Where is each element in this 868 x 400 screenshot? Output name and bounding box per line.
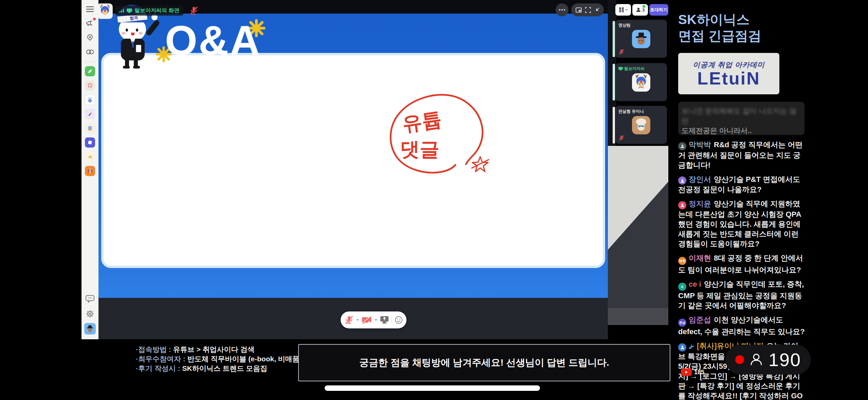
youtube-viewer-row: 185 xyxy=(681,368,704,376)
bottom-handle-bar[interactable] xyxy=(325,385,540,391)
chat-username: 장인서 xyxy=(689,175,711,184)
svg-text:AREA: AREA xyxy=(88,97,92,99)
participant-avatar xyxy=(632,116,650,134)
more-button[interactable] xyxy=(556,3,568,16)
sharer-avatar xyxy=(98,3,113,19)
stream-title-line1: SK하이닉스 xyxy=(678,12,761,28)
mic-options-caret[interactable] xyxy=(356,319,359,321)
emoji-button[interactable] xyxy=(395,316,403,324)
window-controls xyxy=(571,3,604,16)
wrench-icon xyxy=(689,343,695,349)
participant-card-3[interactable]: 전실협 유이니 xyxy=(615,106,667,144)
screen-share-icon xyxy=(618,67,623,71)
people-icon xyxy=(636,7,641,12)
faded-line2: 도제전공은 아니라서.. xyxy=(682,126,801,135)
app-rocket[interactable] xyxy=(85,109,95,119)
camera-options-caret[interactable] xyxy=(375,319,377,321)
chat-message: 정지윤양산기술 직무에 지원하였는데 다른산업 초기 양산 시험장 QPA 했던… xyxy=(678,199,806,249)
menu-icon[interactable] xyxy=(85,4,95,14)
megaphone-icon[interactable] xyxy=(85,18,95,28)
notice-banner: 궁금한 점을 채팅방에 남겨주세요! 선생님이 답변 드립니다. xyxy=(298,344,670,381)
whiteboard-area xyxy=(101,53,605,268)
chat-message: 막박박R&d 공정 직무에서는 어떤 거 관련해서 질문이 들어오는 지도 궁금… xyxy=(678,140,806,170)
participants-controls: 3 초대하기 xyxy=(615,4,668,16)
youtube-icon xyxy=(681,368,692,376)
fullscreen-icon[interactable] xyxy=(585,7,591,13)
webcam-background-feed xyxy=(608,146,668,325)
mic-muted-icon xyxy=(189,6,198,15)
mic-muted-icon xyxy=(618,49,625,55)
app-gift[interactable] xyxy=(85,166,95,176)
link-icon[interactable] xyxy=(85,47,95,57)
shared-screen-window: Q&A 합격 털보아저씨의 화면 유튭 댓글 xyxy=(98,0,608,339)
invite-button[interactable]: 초대하기 xyxy=(649,4,668,16)
stream-title: SK하이닉스 면접 긴급점검 xyxy=(678,12,761,44)
handwriting-line2: 댓글 xyxy=(400,138,439,160)
participant-name: 털보아저씨 xyxy=(618,66,645,72)
app-sidebar: AREA xyxy=(82,0,98,339)
logo-tagline: 이공계 취업 아카데미 xyxy=(693,60,765,70)
camera-muted-button[interactable] xyxy=(362,316,372,324)
chat-username: 이재현 xyxy=(689,254,711,262)
mic-muted-button[interactable] xyxy=(345,316,354,324)
mascot-character: 합격 xyxy=(113,5,157,73)
shrink-icon[interactable] xyxy=(594,7,600,13)
chat-username: 정지윤 xyxy=(689,199,711,208)
app-check-badge[interactable]: AREA xyxy=(85,95,95,105)
info-line: ·후기 작성시 : SK하이닉스 트렌드 모음집 xyxy=(136,364,317,373)
chat-message: 장인서양산기술 P&T 면접에서도 전공정 질문이 나올까요? xyxy=(678,174,806,195)
app-green[interactable] xyxy=(85,66,95,76)
logo-brand: LEtuiN xyxy=(697,70,760,87)
star-doodle xyxy=(471,157,489,172)
youtube-count: 185 xyxy=(694,369,704,376)
gear-icon[interactable] xyxy=(85,309,95,319)
app-hand[interactable] xyxy=(85,152,95,162)
sidebar-divider xyxy=(85,62,95,62)
letuin-logo: 이공계 취업 아카데미 LEtuiN xyxy=(678,53,779,94)
handwriting-line1: 유튭 xyxy=(401,108,443,135)
participant-name: 영상팀 xyxy=(618,22,631,28)
screen-share-label: 털보아저씨의 화면 xyxy=(115,5,183,16)
faded-line1: 보니깐 문의해봐도 같이 나오지는 않던 xyxy=(682,106,801,126)
participant-avatar xyxy=(632,30,650,48)
participant-count-value: 3 xyxy=(642,7,645,13)
viewer-count-value: 190 xyxy=(768,349,801,370)
profile-avatar[interactable] xyxy=(84,323,96,335)
grid-icon xyxy=(619,7,624,13)
chat-username: ce i xyxy=(689,280,701,288)
chat-panel[interactable]: SK하이닉스 면접 긴급점검 이공계 취업 아카데미 LEtuiN 보니깐 문의… xyxy=(678,0,806,400)
mic-muted-icon xyxy=(618,135,625,141)
stream-title-line2: 면접 긴급점검 xyxy=(678,28,761,44)
notice-text: 궁금한 점을 채팅방에 남겨주세요! 선생님이 답변 드립니다. xyxy=(359,356,609,369)
chat-bubble-icon[interactable] xyxy=(85,294,95,304)
live-dot xyxy=(735,355,744,364)
participant-name: 전실협 유이니 xyxy=(618,109,644,114)
participant-card-1[interactable]: 영상팀 xyxy=(615,20,667,58)
signal-bars-icon xyxy=(120,8,124,13)
app-clock[interactable] xyxy=(85,80,95,91)
participant-count[interactable]: 3 xyxy=(632,4,648,16)
layout-grid-button[interactable] xyxy=(615,4,631,16)
layout-caret xyxy=(625,9,628,11)
meeting-toolbar xyxy=(341,311,406,328)
chat-username: 막박박 xyxy=(689,140,711,149)
chat-message: cce i양산기술 직무인데 포토, 증착, CMP 등 제일 관심있는 공정을… xyxy=(678,279,806,310)
participant-avatar xyxy=(632,73,650,92)
chat-message: 준섭임준섭이천 양산기술에서도 defect, 수율 관리하는 직무도 있나요? xyxy=(678,315,806,337)
chat-message: 재현이재현8대 공정 중 한 단계 안에서도 팀이 여러분야로 나뉘어져있나요? xyxy=(678,253,806,275)
app-dice-indigo[interactable] xyxy=(85,137,95,148)
screen-share-label-text: 털보아저씨의 화면 xyxy=(134,7,179,14)
participant-card-2[interactable]: 털보아저씨 xyxy=(615,63,667,101)
chat-username: 임준섭 xyxy=(689,316,711,324)
faded-chat-message: 보니깐 문의해봐도 같이 나오지는 않던 도제전공은 아니라서.. xyxy=(678,102,804,135)
pen-annotation: 유튭 댓글 xyxy=(380,92,492,174)
info-line: ·접속방법 : 유튜브 > 취업사이다 검색 xyxy=(136,345,317,354)
info-line: ·최우수참여자 : 반도체 직무바이블 (e-book, 비매품, 2인) xyxy=(136,354,317,364)
access-info: ·접속방법 : 유튜브 > 취업사이다 검색 ·최우수참여자 : 반도체 직무바… xyxy=(136,345,317,373)
screen-share-button[interactable] xyxy=(380,316,389,324)
screen-share-icon xyxy=(127,8,132,13)
app-globe[interactable] xyxy=(85,123,95,133)
location-pin-icon[interactable] xyxy=(85,33,95,43)
qa-slide-title: Q&A xyxy=(165,17,261,64)
pip-icon[interactable] xyxy=(576,7,582,13)
